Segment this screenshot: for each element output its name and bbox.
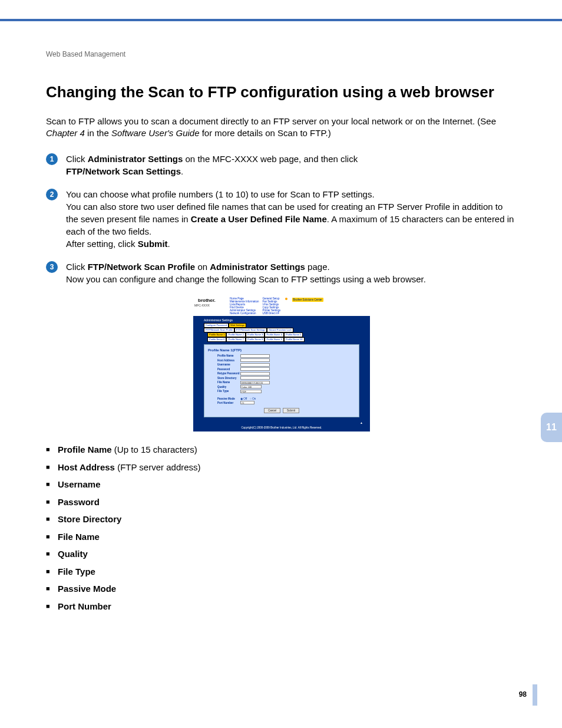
embedded-screenshot: brother. MFC-XXXX Home Page Maintenance …	[193, 296, 370, 432]
list-item: File Type	[46, 565, 517, 579]
bold: Quality	[58, 549, 88, 559]
input-password[interactable]	[240, 367, 270, 371]
tab[interactable]: Profile Name 2	[226, 332, 245, 337]
radio-on-label: On	[252, 397, 256, 400]
label-host-address: Host Address	[208, 359, 240, 362]
tab[interactable]: Profile Name 9	[265, 337, 283, 342]
bold: Password	[58, 497, 100, 507]
tab[interactable]: Configure Password	[204, 323, 229, 328]
input-retype-password[interactable]	[240, 372, 270, 375]
step-number-icon: 2	[46, 189, 58, 200]
copyright-text: Copyright(C) 2000-2009 Brother Industrie…	[193, 424, 370, 431]
step-2: 2 You can choose what profile numbers (1…	[46, 188, 517, 250]
solutions-center[interactable]: Brother Solutions Center	[284, 297, 323, 315]
breadcrumb: Web Based Management	[46, 50, 517, 58]
step-1: 1 Click Administrator Settings on the MF…	[46, 153, 517, 177]
brand-logo: brother.	[194, 297, 230, 304]
label-store-directory: Store Directory	[208, 377, 240, 380]
tab[interactable]: Profile Name 8	[246, 337, 265, 342]
form-title: Profile Name 1(FTP)	[208, 348, 355, 352]
tab[interactable]: Web Settings	[229, 323, 246, 328]
intro-text: for more details on Scan to FTP.)	[200, 128, 331, 138]
text: .	[168, 239, 170, 249]
input-host-address[interactable]	[240, 358, 270, 362]
tabs-row-4: Profile Name 6 Profile Name 7 Profile Na…	[207, 337, 370, 342]
tab[interactable]: Profile Name 4	[265, 332, 283, 337]
bold: FTP/Network Scan Profile	[88, 262, 196, 272]
list-item: File Name	[46, 531, 517, 544]
settings-list: Profile Name (Up to 15 characters) Host …	[46, 443, 517, 613]
bold: Administrator Settings	[210, 262, 305, 272]
text: on the MFC-XXXX web page, and then click	[183, 154, 358, 164]
nav-link[interactable]: Network Configuration	[230, 312, 259, 315]
text: After setting, click	[66, 239, 138, 249]
bold: Username	[58, 479, 101, 489]
bold: Host Address	[58, 462, 115, 472]
text: on	[195, 262, 210, 272]
text: .	[181, 166, 183, 176]
cancel-button[interactable]: Cancel	[264, 408, 280, 413]
label-password: Password	[208, 368, 240, 371]
bold: Store Directory	[58, 514, 121, 524]
intro-text: Scan to FTP allows you to scan a documen…	[46, 116, 496, 126]
tab[interactable]: Profile Name 10	[284, 337, 305, 342]
tab[interactable]: Secure Function Lock	[267, 328, 293, 332]
intro-italic: Software User's Guide	[111, 128, 200, 138]
input-profile-name[interactable]	[240, 354, 270, 358]
intro-italic: Chapter 4	[46, 128, 85, 138]
input-store-directory[interactable]	[240, 376, 270, 380]
form-buttons: Cancel Submit	[208, 409, 355, 413]
label-passive-mode: Passive Mode	[208, 397, 240, 400]
input-port-number[interactable]: 21	[240, 401, 254, 404]
list-item: Quality	[46, 548, 517, 561]
text: page.	[305, 262, 330, 272]
select-file-type[interactable]: PDF	[240, 390, 262, 393]
bold: Administrator Settings	[88, 154, 183, 164]
submit-button[interactable]: Submit	[283, 408, 299, 413]
bold: Port Number	[58, 601, 111, 611]
tabs-row-2: FTP/Network Scan Profile FTP/Network Sca…	[204, 328, 370, 332]
nav-link[interactable]: USB Direct I/F	[263, 312, 281, 315]
label-retype-password: Retype Password	[208, 372, 240, 375]
step-3-text: Click FTP/Network Scan Profile on Admini…	[66, 261, 426, 285]
text: You can choose what profile numbers (1 t…	[66, 189, 375, 199]
list-item: Profile Name (Up to 15 characters)	[46, 443, 517, 457]
top-divider	[0, 19, 562, 21]
text: Now you can configure and change the fol…	[66, 274, 426, 284]
bold: Create a User Defined File Name	[191, 214, 327, 224]
tab[interactable]: FTP/Network Scan Settings	[234, 328, 267, 332]
intro-text: in the	[85, 128, 111, 138]
ss-nav: Home Page Maintenance Information Lists/…	[230, 297, 369, 315]
admin-settings-label: Administrator Settings	[193, 316, 370, 323]
bold: File Name	[58, 532, 100, 542]
page-title: Changing the Scan to FTP configuration u…	[46, 83, 517, 101]
text: Click	[66, 262, 88, 272]
tab[interactable]: Profile Name 5	[284, 332, 303, 337]
input-username[interactable]	[240, 363, 270, 367]
tab[interactable]: Profile Name 3	[246, 332, 265, 337]
form-body: Profile Name 1(FTP) Profile Name Host Ad…	[204, 344, 359, 418]
label-quality: Quality	[208, 386, 240, 388]
tabs-row-3: Profile Name 1 Profile Name 2 Profile Na…	[207, 332, 370, 337]
page-number: 98	[519, 690, 527, 699]
select-quality[interactable]: Color 100	[240, 385, 262, 388]
step-number-icon: 3	[46, 261, 58, 273]
bold: Submit	[138, 239, 168, 249]
solutions-link[interactable]: Brother Solutions Center	[292, 298, 323, 302]
text: Click	[66, 154, 88, 164]
step-number-icon: 1	[46, 153, 58, 165]
label-file-name: File Name	[208, 381, 240, 384]
intro-paragraph: Scan to FTP allows you to scan a documen…	[46, 116, 517, 140]
model-label: MFC-XXXX	[194, 304, 230, 307]
ss-brand-block: brother. MFC-XXXX	[194, 297, 230, 315]
list-item: Passive Mode	[46, 582, 517, 596]
list-item: Username	[46, 478, 517, 492]
tab[interactable]: Profile Name 7	[226, 337, 245, 342]
step-2-text: You can choose what profile numbers (1 t…	[66, 188, 517, 250]
nav-col-2: General Setup Fax Settings I-Fax Setting…	[263, 297, 281, 315]
tab[interactable]: Profile Name 1	[207, 332, 226, 337]
tab[interactable]: Profile Name 6	[207, 337, 226, 342]
bold: Passive Mode	[58, 584, 116, 594]
select-file-name[interactable]: BRN008077CE0720	[240, 381, 270, 384]
tab[interactable]: FTP/Network Scan Profile	[204, 328, 234, 332]
